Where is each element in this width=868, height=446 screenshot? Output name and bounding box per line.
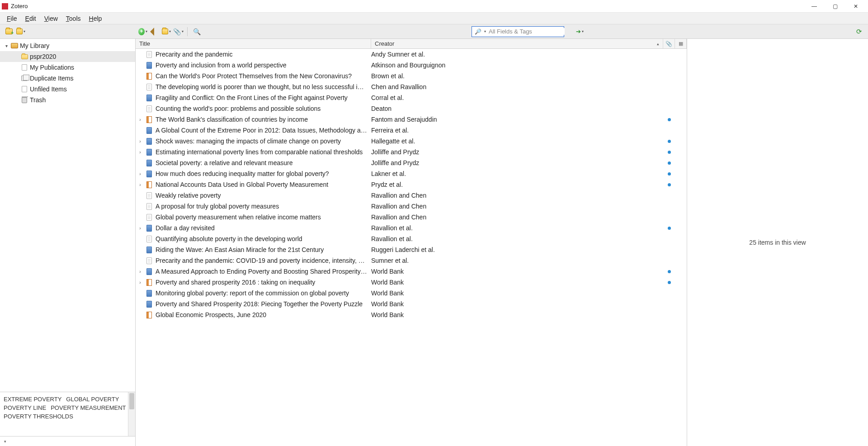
item-row[interactable]: › National Accounts Data Used in Global … — [136, 179, 687, 190]
menu-file[interactable]: File — [3, 15, 21, 22]
new-library-button[interactable]: ▾ — [16, 27, 25, 36]
attachment-dot-icon — [668, 161, 671, 165]
tree-node[interactable]: My Publications — [0, 62, 135, 73]
tag-filter-input[interactable] — [10, 438, 135, 445]
tag[interactable]: EXTREME POVERTY — [4, 396, 61, 403]
expand-toggle[interactable]: › — [136, 139, 145, 144]
item-creator: Corral et al. — [369, 94, 663, 101]
new-item-button[interactable]: +▾ — [138, 27, 147, 36]
menu-edit[interactable]: Edit — [21, 15, 40, 22]
item-row[interactable]: Quantifying absolute poverty in the deve… — [136, 233, 687, 244]
tree-node[interactable]: Trash — [0, 95, 135, 105]
item-row[interactable]: › Shock waves: managing the impacts of c… — [136, 136, 687, 147]
window-minimize-button[interactable]: — — [804, 0, 825, 13]
tree-node-label: Trash — [30, 96, 46, 104]
item-row[interactable]: › Dollar a day revisited Ravallion et al… — [136, 223, 687, 233]
search-input[interactable] — [489, 28, 565, 35]
item-row[interactable]: Counting the world's poor: problems and … — [136, 103, 687, 114]
item-creator: Ferreira et al. — [369, 127, 663, 134]
expand-toggle[interactable]: › — [136, 171, 145, 176]
item-row[interactable]: Weakly relative poverty Ravallion and Ch… — [136, 190, 687, 201]
new-note-button[interactable]: ▾ — [162, 27, 171, 36]
item-title: The developing world is poorer than we t… — [154, 83, 369, 90]
item-title: How much does reducing inequality matter… — [154, 170, 369, 177]
tree-node-label: Unfiled Items — [30, 85, 67, 93]
item-row[interactable]: Poverty and Shared Prosperity 2018: Piec… — [136, 299, 687, 309]
item-row[interactable]: A proposal for truly global poverty meas… — [136, 201, 687, 212]
item-type-icon — [146, 105, 152, 112]
expand-toggle[interactable]: › — [136, 280, 145, 285]
item-row[interactable]: Fragility and Conflict: On the Front Lin… — [136, 92, 687, 103]
attachment-dot-icon — [668, 281, 671, 284]
tag-scrollbar[interactable] — [128, 392, 135, 436]
library-root[interactable]: ▾ My Library — [0, 40, 135, 51]
item-type-icon — [146, 149, 152, 156]
expand-toggle[interactable]: › — [136, 182, 145, 187]
item-creator: World Bank — [369, 289, 663, 297]
item-type-icon — [146, 51, 152, 58]
item-row[interactable]: Precarity and the pandemic: COVID-19 and… — [136, 255, 687, 266]
tag-menu-button[interactable]: ▾ — [0, 439, 10, 444]
item-title: Global poverty measurement when relative… — [154, 214, 369, 221]
sync-button[interactable]: ⟳ — [854, 27, 863, 36]
expand-toggle[interactable]: › — [136, 269, 145, 274]
tag[interactable]: POVERTY LINE — [4, 404, 46, 411]
item-row[interactable]: Riding the Wave: An East Asian Miracle f… — [136, 244, 687, 255]
item-type-icon — [146, 236, 152, 242]
item-attachment — [663, 140, 675, 143]
quick-search[interactable]: 🔎 ▾ — [472, 26, 564, 37]
tree-node[interactable]: pspr2020 — [0, 51, 135, 62]
chevron-down-icon: ▾ — [582, 29, 584, 33]
item-row[interactable]: Societal poverty: a relative and relevan… — [136, 157, 687, 168]
column-title[interactable]: Title — [136, 39, 371, 48]
tag[interactable]: GLOBAL POVERTY — [66, 396, 119, 403]
library-icon — [11, 43, 18, 48]
item-creator: Chen and Ravallion — [369, 83, 663, 90]
item-row[interactable]: Poverty and inclusion from a world persp… — [136, 60, 687, 71]
item-row[interactable]: › Estimating international poverty lines… — [136, 147, 687, 157]
expand-toggle[interactable]: › — [136, 226, 145, 231]
tree-node[interactable]: Unfiled Items — [0, 84, 135, 95]
window-close-button[interactable]: ✕ — [845, 0, 866, 13]
item-row[interactable]: A Global Count of the Extreme Poor in 20… — [136, 125, 687, 136]
item-row[interactable]: › How much does reducing inequality matt… — [136, 168, 687, 179]
add-by-identifier-button[interactable] — [150, 27, 159, 36]
expand-toggle[interactable]: › — [136, 117, 145, 122]
tag[interactable]: POVERTY MEASUREMENT — [51, 404, 126, 411]
item-row[interactable]: Can the World's Poor Protect Themselves … — [136, 71, 687, 81]
arrow-right-icon: ➔ — [576, 28, 581, 35]
tag[interactable]: POVERTY THRESHOLDS — [4, 413, 73, 420]
item-type-icon — [146, 127, 152, 134]
item-type-icon — [146, 84, 152, 90]
item-row[interactable]: Global poverty measurement when relative… — [136, 212, 687, 223]
search-mode-dropdown[interactable]: ▾ — [484, 29, 486, 33]
item-creator: Fantom and Serajuddin — [369, 116, 663, 123]
column-attachment[interactable]: 📎 — [663, 39, 675, 48]
item-row[interactable]: › Poverty and shared prosperity 2016 : t… — [136, 277, 687, 288]
items-list[interactable]: Precarity and the pandemic Andy Sumner e… — [136, 49, 687, 446]
item-row[interactable]: › A Measured Approach to Ending Poverty … — [136, 266, 687, 277]
new-collection-button[interactable] — [5, 27, 14, 36]
item-title: Quantifying absolute poverty in the deve… — [154, 235, 369, 242]
item-row[interactable]: Monitoring global poverty: report of the… — [136, 288, 687, 299]
scrollbar-thumb[interactable] — [129, 393, 134, 409]
column-creator[interactable]: Creator▴ — [371, 39, 663, 48]
menu-tools[interactable]: Tools — [62, 15, 85, 22]
menu-view[interactable]: View — [40, 15, 62, 22]
item-row[interactable]: › The World Bank's classification of cou… — [136, 114, 687, 125]
item-row[interactable]: Global Economic Prospects, June 2020 Wor… — [136, 309, 687, 320]
item-row[interactable]: The developing world is poorer than we t… — [136, 81, 687, 92]
expand-toggle[interactable]: › — [136, 150, 145, 155]
item-type-icon — [146, 225, 152, 232]
window-maximize-button[interactable]: ▢ — [825, 0, 845, 13]
menu-help[interactable]: Help — [85, 15, 106, 22]
collections-tree[interactable]: ▾ My Library pspr2020 My Publications Du… — [0, 39, 135, 392]
disclosure-triangle-icon[interactable]: ▾ — [4, 43, 9, 48]
advanced-search-button[interactable]: 🔍 — [192, 27, 201, 36]
item-attachment — [663, 161, 675, 165]
locate-button[interactable]: ➔▾ — [575, 27, 584, 36]
add-attachment-button[interactable]: 📎▾ — [174, 27, 183, 36]
item-row[interactable]: Precarity and the pandemic Andy Sumner e… — [136, 49, 687, 60]
column-picker[interactable]: ▦ — [675, 39, 687, 48]
tree-node[interactable]: Duplicate Items — [0, 73, 135, 84]
